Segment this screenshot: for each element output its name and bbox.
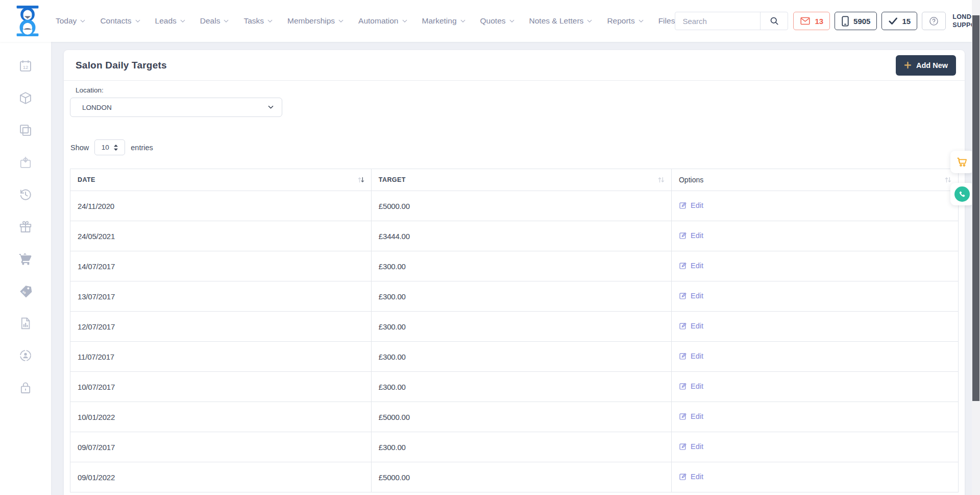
target-cell: £300.00 [371, 372, 671, 402]
table-row: 24/11/2020 £5000.00 Edit [70, 191, 959, 221]
sort-icon [944, 176, 952, 183]
edit-link[interactable]: Edit [679, 473, 703, 481]
options-cell: Edit [671, 432, 958, 462]
page-size-select[interactable]: 10 [94, 139, 125, 155]
target-cell: £5000.00 [371, 462, 671, 492]
edit-icon [679, 231, 687, 240]
edit-icon [679, 201, 687, 209]
edit-link[interactable]: Edit [679, 292, 703, 300]
nav-item-contacts[interactable]: Contacts [100, 16, 140, 26]
nav-item-notes-letters[interactable]: Notes & Letters [529, 16, 593, 26]
call-widget[interactable] [950, 183, 974, 205]
search-box [675, 12, 788, 30]
column-header-options[interactable]: Options [671, 169, 958, 191]
table-row: 10/07/2017 £300.00 Edit [70, 372, 959, 402]
nav-item-tasks[interactable]: Tasks [243, 16, 273, 26]
edit-link[interactable]: Edit [679, 442, 703, 451]
chevron-down-icon [509, 19, 514, 23]
sidebar-item-price-tag[interactable]: $ [18, 284, 33, 298]
edit-link[interactable]: Edit [679, 262, 703, 270]
date-cell: 11/07/2017 [70, 342, 372, 372]
main-nav: Today Contacts Leads Deals Tasks Members… [56, 16, 675, 26]
scrollbar-thumb[interactable] [972, 15, 979, 401]
target-cell: £300.00 [371, 281, 671, 312]
entries-label: entries [131, 144, 153, 152]
date-cell: 14/07/2017 [70, 251, 372, 281]
edit-link[interactable]: Edit [679, 201, 703, 209]
shop-cart-widget[interactable] [950, 151, 974, 173]
sidebar-item-lock[interactable] [18, 381, 33, 395]
sidebar-item-calendar[interactable]: 12 [18, 59, 33, 73]
options-cell: Edit [671, 312, 958, 342]
edit-link[interactable]: Edit [679, 382, 703, 390]
tasks-done-badge[interactable]: 15 [881, 12, 917, 30]
sidebar-item-report[interactable] [18, 316, 33, 331]
nav-item-deals[interactable]: Deals [200, 16, 229, 26]
sidebar: 12$ [0, 42, 51, 495]
messages-badge[interactable]: 13 [793, 12, 830, 30]
sidebar-item-history[interactable] [18, 187, 33, 202]
target-cell: £3444.00 [371, 221, 671, 251]
search-button[interactable] [760, 12, 788, 30]
check-icon [888, 17, 898, 25]
calls-badge[interactable]: 5905 [835, 12, 877, 30]
table-row: 10/01/2022 £5000.00 Edit [70, 402, 959, 432]
edit-icon [679, 412, 687, 420]
sidebar-item-account-sync[interactable] [18, 348, 33, 363]
edit-icon [679, 382, 687, 390]
target-cell: £300.00 [371, 312, 671, 342]
hourglass-logo[interactable] [13, 5, 42, 37]
sidebar-item-copy[interactable] [18, 123, 33, 137]
target-cell: £300.00 [371, 251, 671, 281]
options-cell: Edit [671, 462, 958, 492]
mobile-icon [841, 16, 849, 27]
chevron-down-icon [80, 19, 85, 23]
chevron-down-icon [224, 19, 229, 23]
question-icon [928, 16, 939, 27]
chevron-down-icon [338, 19, 344, 23]
table-row: 14/07/2017 £300.00 Edit [70, 251, 959, 281]
date-cell: 24/11/2020 [70, 191, 372, 221]
options-cell: Edit [671, 402, 958, 432]
edit-link[interactable]: Edit [679, 231, 703, 240]
nav-item-marketing[interactable]: Marketing [422, 16, 465, 26]
nav-item-today[interactable]: Today [56, 16, 85, 26]
location-label: Location: [76, 86, 959, 94]
date-cell: 09/01/2022 [70, 462, 372, 492]
help-badge[interactable] [922, 12, 946, 30]
sidebar-item-cube[interactable] [18, 91, 33, 105]
nav-item-reports[interactable]: Reports [607, 16, 643, 26]
page-size-row: Show 10 entries [70, 139, 959, 155]
sidebar-item-cart[interactable] [18, 252, 33, 266]
nav-item-automation[interactable]: Automation [358, 16, 407, 26]
target-cell: £300.00 [371, 342, 671, 372]
add-new-button[interactable]: Add New [896, 55, 956, 76]
edit-link[interactable]: Edit [679, 412, 703, 420]
table-row: 12/07/2017 £300.00 Edit [70, 312, 959, 342]
topbar: Today Contacts Leads Deals Tasks Members… [0, 0, 980, 42]
table-header-row: DATETARGETOptions [70, 169, 959, 191]
column-header-date[interactable]: DATE [70, 169, 372, 191]
edit-link[interactable]: Edit [679, 322, 703, 330]
search-input[interactable] [675, 17, 760, 26]
location-value: LONDON [82, 104, 112, 111]
edit-link[interactable]: Edit [679, 352, 703, 360]
sidebar-item-bag-import[interactable] [18, 155, 33, 170]
column-header-target[interactable]: TARGET [371, 169, 671, 191]
table-row: 13/07/2017 £300.00 Edit [70, 281, 959, 312]
nav-item-memberships[interactable]: Memberships [287, 16, 344, 26]
table-row: 09/01/2022 £5000.00 Edit [70, 462, 959, 492]
chevron-down-icon [402, 19, 407, 23]
date-cell: 13/07/2017 [70, 281, 372, 312]
edit-icon [679, 473, 687, 481]
table-body: 24/11/2020 £5000.00 Edit 24/05/2021 £344… [70, 191, 959, 492]
table-row: 11/07/2017 £300.00 Edit [70, 342, 959, 372]
page-size-value: 10 [102, 144, 109, 151]
location-select[interactable]: LONDON [70, 98, 282, 117]
nav-item-quotes[interactable]: Quotes [480, 16, 514, 26]
nav-item-leads[interactable]: Leads [155, 16, 185, 26]
nav-item-files[interactable]: Files [658, 16, 675, 26]
chevron-down-icon [639, 19, 644, 23]
table-row: 24/05/2021 £3444.00 Edit [70, 221, 959, 251]
sidebar-item-gift[interactable] [18, 220, 33, 234]
